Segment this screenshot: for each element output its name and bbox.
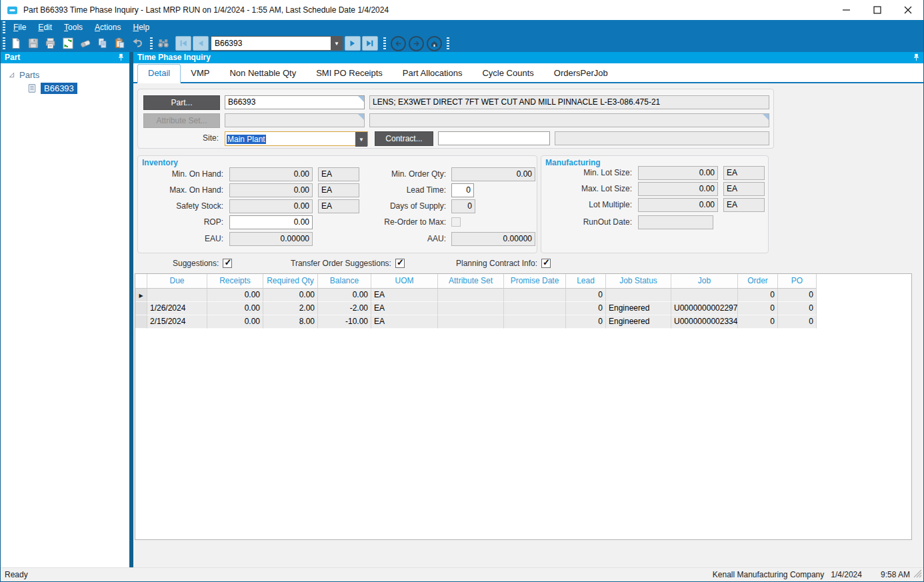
grid-cell[interactable]: 0 (738, 302, 778, 315)
grid-cell[interactable]: EA (371, 302, 438, 315)
tree-node-part[interactable]: B66393 (1, 82, 129, 95)
grid-cell[interactable]: 0.00 (207, 289, 263, 302)
grid-cell[interactable]: 1/26/2024 (147, 302, 207, 315)
toolbar-grip-handle[interactable] (3, 37, 5, 49)
grid-row[interactable]: 1/26/20240.002.00-2.00EA0EngineeredU0000… (135, 302, 911, 315)
menu-edit[interactable]: Edit (32, 20, 58, 35)
grid-cell[interactable]: 0 (778, 289, 817, 302)
grid-cell[interactable]: 0.00 (318, 289, 371, 302)
toolbar-grip-handle-2[interactable] (150, 37, 153, 49)
grid-cell[interactable] (504, 302, 566, 315)
grid-cell[interactable]: -10.00 (318, 315, 371, 329)
menu-file[interactable]: File (7, 20, 32, 35)
grid-col-uom[interactable]: UOM (371, 274, 438, 289)
grid-cell[interactable]: 2.00 (263, 302, 318, 315)
suggestions-checkbox[interactable] (223, 259, 232, 268)
tab-ordersperjob[interactable]: OrdersPerJob (544, 65, 618, 82)
grid-cell[interactable]: 2/15/2024 (147, 315, 207, 329)
toolbar-grip-handle-3[interactable] (383, 37, 386, 49)
menu-tools[interactable]: Tools (58, 20, 89, 35)
home-button[interactable] (427, 36, 442, 51)
toolbar-grip-handle-4[interactable] (447, 37, 449, 49)
nav-first-button[interactable] (175, 36, 191, 51)
grid-col-promise-date[interactable]: Promise Date (504, 274, 566, 289)
grid-cell[interactable] (504, 315, 566, 329)
menu-actions[interactable]: Actions (89, 20, 127, 35)
site-dropdown-icon[interactable]: ▼ (355, 132, 367, 147)
nav-previous-button[interactable] (193, 36, 209, 51)
grid-cell[interactable] (438, 302, 504, 315)
grid-cell[interactable]: 0.00 (207, 302, 263, 315)
grid-cell[interactable]: 0 (566, 315, 606, 329)
grid-col-lead[interactable]: Lead (566, 274, 606, 289)
tab-vmp[interactable]: VMP (181, 65, 219, 82)
tab-smi-po-receipts[interactable]: SMI PO Receipts (306, 65, 393, 82)
grid-cell[interactable]: Engineered (606, 315, 671, 329)
part-number-field[interactable]: B66393 (225, 95, 365, 109)
save-icon[interactable] (25, 35, 42, 51)
contract-button[interactable]: Contract... (375, 131, 433, 146)
grid-cell[interactable]: EA (371, 315, 438, 329)
resize-grip[interactable] (913, 569, 922, 580)
grid-col-attribute-set[interactable]: Attribute Set (438, 274, 504, 289)
grid-cell[interactable]: 0 (778, 315, 817, 329)
grid-cell[interactable] (438, 289, 504, 302)
tab-detail[interactable]: Detail (137, 64, 181, 83)
pin-icon[interactable] (118, 53, 124, 65)
grid-cell[interactable]: 0 (738, 289, 778, 302)
contract-field[interactable] (438, 131, 550, 145)
grid-cell[interactable]: U0000000002334 (671, 315, 738, 329)
grid-cell[interactable]: U0000000002297 (671, 302, 738, 315)
maximize-button[interactable] (862, 0, 893, 20)
grid-cell[interactable]: 0.00 (207, 315, 263, 329)
lead-time-field[interactable]: 0 (451, 183, 474, 197)
grid-cell[interactable] (438, 315, 504, 329)
undo-icon[interactable] (129, 35, 146, 51)
grid-cell[interactable]: EA (371, 289, 438, 302)
grid-row[interactable]: ▶0.000.000.00EA000 (135, 289, 911, 302)
grid-row[interactable]: 2/15/20240.008.00-10.00EA0EngineeredU000… (135, 315, 911, 329)
record-input[interactable] (211, 36, 331, 51)
menu-grip-handle[interactable] (3, 21, 5, 33)
grid-col-receipts[interactable]: Receipts (207, 274, 263, 289)
copy-icon[interactable] (94, 35, 111, 51)
clear-icon[interactable] (77, 35, 94, 51)
print-icon[interactable] (42, 35, 59, 51)
minimize-button[interactable] (831, 0, 862, 20)
grid-cell[interactable]: 0 (738, 315, 778, 329)
grid-col-po[interactable]: PO (778, 274, 817, 289)
planning-checkbox[interactable] (541, 259, 551, 268)
selected-part-label[interactable]: B66393 (41, 83, 77, 94)
row-selector[interactable] (135, 315, 147, 329)
new-icon[interactable] (7, 35, 25, 51)
paste-icon[interactable] (111, 35, 129, 51)
refresh-icon[interactable] (59, 35, 77, 51)
close-button[interactable] (893, 0, 923, 20)
grid-cell[interactable]: Engineered (606, 302, 671, 315)
grid-col-balance[interactable]: Balance (318, 274, 371, 289)
grid-col-job-status[interactable]: Job Status (606, 274, 671, 289)
active-row-marker[interactable]: ▶ (135, 289, 147, 302)
grid-cell[interactable]: 0 (778, 302, 817, 315)
grid-col-due[interactable]: Due (147, 274, 207, 289)
rop-field[interactable]: 0.00 (229, 215, 313, 229)
grid-col-job[interactable]: Job (671, 274, 738, 289)
menu-help[interactable]: Help (127, 20, 155, 35)
grid-cell[interactable] (606, 289, 671, 302)
transfer-checkbox[interactable] (395, 259, 405, 268)
tab-part-allocations[interactable]: Part Allocations (393, 65, 473, 82)
site-combo[interactable]: Main Plant ▼ (225, 131, 368, 146)
record-dropdown-icon[interactable]: ▼ (331, 36, 343, 51)
grid-cell[interactable]: 8.00 (263, 315, 318, 329)
grid-cell[interactable]: 0.00 (263, 289, 318, 302)
tree-node-parts[interactable]: Parts (1, 69, 129, 81)
grid-cell[interactable] (504, 289, 566, 302)
grid-col-order[interactable]: Order (738, 274, 778, 289)
row-selector[interactable] (135, 302, 147, 315)
grid-cell[interactable] (147, 289, 207, 302)
part-button[interactable]: Part... (143, 95, 220, 110)
grid-col-required-qty[interactable]: Required Qty (263, 274, 318, 289)
tab-cycle-counts[interactable]: Cycle Counts (472, 65, 543, 82)
grid-cell[interactable]: 0 (566, 289, 606, 302)
grid-cell[interactable]: -2.00 (318, 302, 371, 315)
